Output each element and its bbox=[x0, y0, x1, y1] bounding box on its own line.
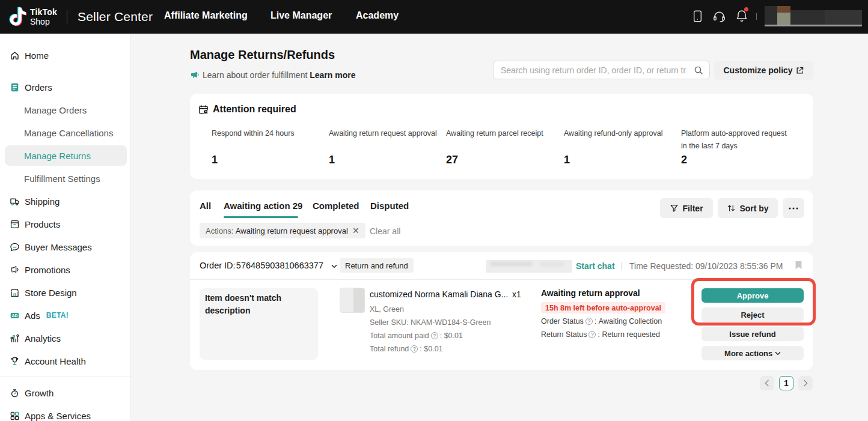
svg-text:AD: AD bbox=[12, 313, 18, 318]
